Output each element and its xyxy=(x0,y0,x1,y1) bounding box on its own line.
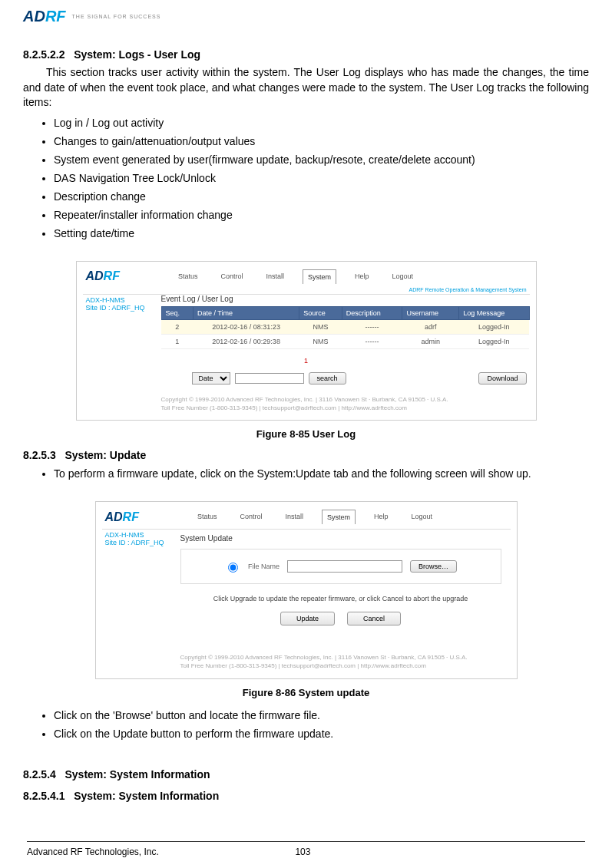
list-item: Log in / Log out activity xyxy=(54,115,589,131)
logo-seg1: AD xyxy=(23,8,45,25)
file-radio[interactable] xyxy=(228,563,238,573)
th-description: Description xyxy=(342,306,402,319)
nav-control[interactable]: Control xyxy=(216,269,247,284)
list-item: Setting date/time xyxy=(54,226,589,242)
nav-system[interactable]: System xyxy=(322,510,356,524)
search-row: Date search Download xyxy=(192,372,536,384)
sec-num: 8.2.5.4 xyxy=(23,768,56,781)
screenshot-sysupdate: ADRF Status Control Install System Help … xyxy=(95,501,518,678)
nav-help[interactable]: Help xyxy=(369,510,393,524)
file-box: File Name Browse… xyxy=(180,549,501,584)
nav-status[interactable]: Status xyxy=(174,269,203,284)
table-row: 1 2012-02-16 / 00:29:38 NMS ------ admin… xyxy=(161,334,529,348)
section-heading-sysinfo: 8.2.5.4 System: System Information xyxy=(23,768,589,781)
file-path-input[interactable] xyxy=(287,560,402,573)
breadcrumb: Event Log / User Log xyxy=(77,293,536,306)
sec-title: System: System Information xyxy=(74,790,219,802)
sec-title: System: Logs - User Log xyxy=(74,48,200,61)
section-heading-userlog: 8.2.5.2.2 System: Logs - User Log xyxy=(23,48,589,61)
section-heading-update: 8.2.5.3 System: Update xyxy=(23,449,589,461)
figure-userlog: ADRF Status Control Install System Help … xyxy=(23,261,589,421)
footer-rule xyxy=(27,841,585,842)
logo-seg2: RF xyxy=(45,8,66,25)
nav-logout[interactable]: Logout xyxy=(407,510,438,524)
shot-footer: Copyright © 1999-2010 Advanced RF Techno… xyxy=(77,391,536,420)
list-item: System event generated by user(firmware … xyxy=(54,152,589,168)
shot-header: ADRF Status Control Install System Help … xyxy=(77,262,536,287)
sec-num: 8.2.5.4.1 xyxy=(23,790,65,802)
nav-status[interactable]: Status xyxy=(193,510,222,524)
tracked-items-list: Log in / Log out activity Changes to gai… xyxy=(23,115,589,242)
list-item: Changes to gain/attenuation/output value… xyxy=(54,134,589,150)
th-datetime: Date / Time xyxy=(193,306,299,319)
page-header: ADRF THE SIGNAL FOR SUCCESS xyxy=(23,8,589,25)
nav-system[interactable]: System xyxy=(303,269,336,284)
figure-caption-userlog: Figure 8-85 User Log xyxy=(23,428,589,440)
page-number: 103 xyxy=(295,847,310,857)
update-intro-list: To perform a firmware update, click on t… xyxy=(23,466,589,482)
screenshot-userlog: ADRF Status Control Install System Help … xyxy=(76,261,537,421)
upgrade-note: Click Upgrade to update the repeater fir… xyxy=(180,595,501,602)
cancel-button[interactable]: Cancel xyxy=(347,612,401,625)
nav-install[interactable]: Install xyxy=(261,269,289,284)
table-row: 2 2012-02-16 / 08:31:23 NMS ------ adrf … xyxy=(161,319,529,334)
intro-paragraph: This section tracks user activity within… xyxy=(23,65,589,111)
footer-company: Advanced RF Technologies, Inc. xyxy=(27,847,159,857)
nav-logout[interactable]: Logout xyxy=(388,269,418,284)
sec-title: System: System Information xyxy=(65,768,210,781)
list-item: DAS Navigation Tree Lock/Unlock xyxy=(54,170,589,186)
sysupdate-heading: System Update xyxy=(180,530,501,549)
nav-control[interactable]: Control xyxy=(235,510,266,524)
page-footer: Advanced RF Technologies, Inc. 103 xyxy=(0,847,612,865)
download-button[interactable]: Download xyxy=(478,372,526,384)
figure-caption-sysupdate: Figure 8-86 System update xyxy=(23,687,589,698)
th-logmessage: Log Message xyxy=(459,306,529,319)
nav-install[interactable]: Install xyxy=(280,510,308,524)
th-source: Source xyxy=(299,306,342,319)
shot-nav: Status Control Install System Help Logou… xyxy=(193,510,437,524)
userlog-table: Seq. Date / Time Source Description User… xyxy=(161,306,530,349)
list-item: Description change xyxy=(54,189,589,205)
logo: ADRF xyxy=(23,8,66,25)
logo-tagline: THE SIGNAL FOR SUCCESS xyxy=(72,14,161,19)
sec-num: 8.2.5.2.2 xyxy=(23,48,65,61)
list-item: Click on the Update button to perform th… xyxy=(54,726,589,742)
update-steps-list: Click on the 'Browse' button and locate … xyxy=(23,708,589,742)
shot-header: ADRF Status Control Install System Help … xyxy=(96,502,517,529)
browse-button[interactable]: Browse… xyxy=(410,560,457,573)
shot-logo: ADRF xyxy=(86,269,120,283)
shot-logo: ADRF xyxy=(105,510,139,524)
pager[interactable]: 1 xyxy=(77,357,536,365)
list-item: Repeater/installer information change xyxy=(54,207,589,223)
update-button[interactable]: Update xyxy=(280,612,335,625)
search-input[interactable] xyxy=(235,373,304,384)
figure-sysupdate: ADRF Status Control Install System Help … xyxy=(23,501,589,678)
shot-nav: Status Control Install System Help Logou… xyxy=(174,269,418,284)
file-label: File Name xyxy=(248,563,280,570)
nav-help[interactable]: Help xyxy=(350,269,374,284)
sec-num: 8.2.5.3 xyxy=(23,449,56,461)
search-field-select[interactable]: Date xyxy=(192,372,230,384)
shot-footer: Copyright © 1999-2010 Advanced RF Techno… xyxy=(96,649,517,678)
list-item: Click on the 'Browse' button and locate … xyxy=(54,708,589,724)
th-username: Username xyxy=(402,306,459,319)
sec-title: System: Update xyxy=(65,449,147,461)
search-button[interactable]: search xyxy=(309,372,346,384)
section-heading-sysinfo-sub: 8.2.5.4.1 System: System Information xyxy=(23,790,589,802)
list-item: To perform a firmware update, click on t… xyxy=(54,466,589,482)
th-seq: Seq. xyxy=(161,306,193,319)
action-buttons: Update Cancel xyxy=(180,612,501,625)
